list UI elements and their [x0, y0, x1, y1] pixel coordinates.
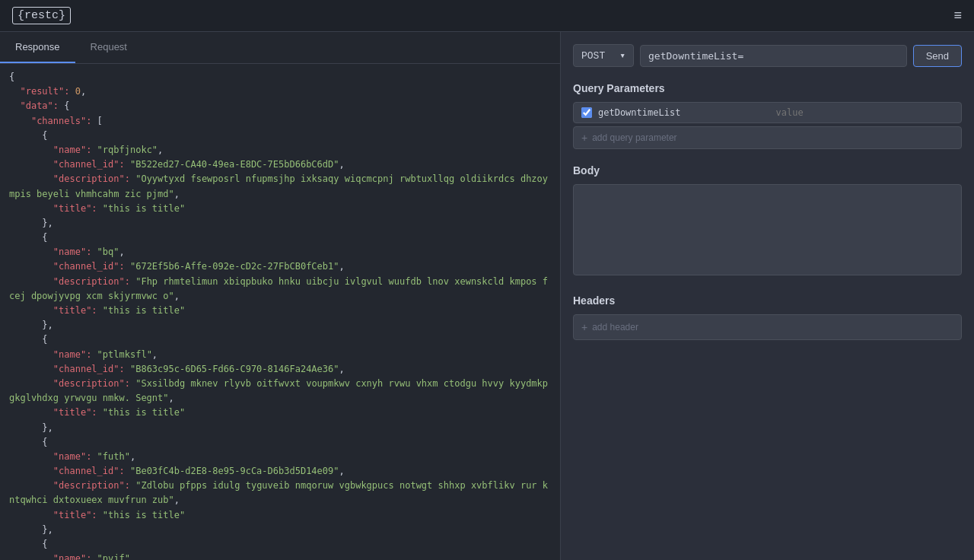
headers-section: Headers + add header [573, 294, 962, 340]
param-checkbox[interactable] [581, 107, 592, 118]
method-value: POST [581, 50, 605, 62]
url-input[interactable] [640, 45, 907, 67]
method-select[interactable]: POST ▾ [573, 44, 634, 67]
query-params-label: Query Parameters [573, 82, 962, 94]
url-bar: POST ▾ Send [573, 44, 962, 67]
tabs: Response Request [0, 32, 560, 64]
add-param-icon: + [581, 132, 587, 144]
add-param-label: add query parameter [592, 132, 676, 143]
add-header-icon: + [581, 321, 587, 333]
topbar: {restc} ≡ [0, 0, 974, 32]
left-panel: Response Request { "result": 0, "data": … [0, 32, 561, 560]
send-button[interactable]: Send [913, 45, 962, 67]
param-name-input[interactable] [598, 107, 776, 118]
right-panel: POST ▾ Send Query Parameters + add query… [561, 32, 974, 560]
body-label: Body [573, 164, 962, 177]
param-row [573, 102, 962, 123]
body-section: Body [573, 164, 962, 279]
tab-request[interactable]: Request [75, 32, 142, 63]
json-display: { "result": 0, "data": { "channels": [ {… [9, 70, 551, 560]
response-code-area: { "result": 0, "data": { "channels": [ {… [0, 64, 560, 560]
query-params-section: Query Parameters + add query parameter [573, 82, 962, 149]
add-header-row[interactable]: + add header [573, 314, 962, 340]
menu-button[interactable]: ≡ [953, 8, 962, 24]
body-editor[interactable] [573, 184, 962, 275]
add-header-label: add header [592, 322, 638, 332]
tab-response[interactable]: Response [0, 32, 75, 63]
param-value-input[interactable] [776, 107, 954, 118]
add-param-row[interactable]: + add query parameter [573, 126, 962, 149]
app-logo: {restc} [12, 7, 71, 24]
chevron-down-icon: ▾ [619, 49, 625, 62]
headers-label: Headers [573, 294, 962, 307]
main-layout: Response Request { "result": 0, "data": … [0, 32, 974, 560]
